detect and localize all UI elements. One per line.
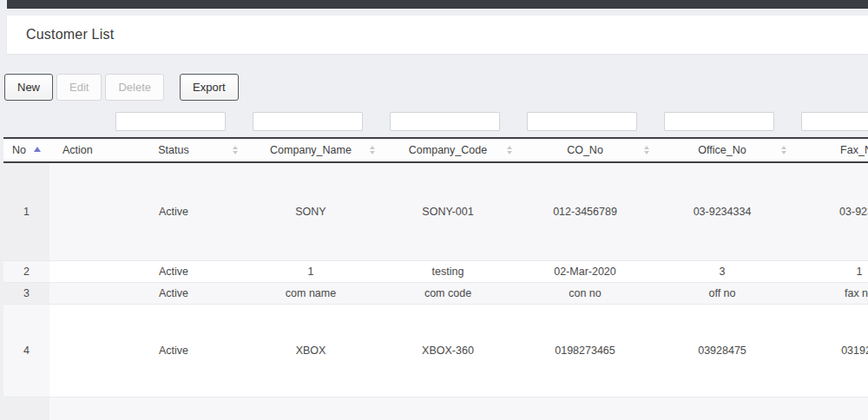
- edit-button[interactable]: Edit: [56, 74, 102, 101]
- sort-icon: [233, 146, 238, 154]
- column-header-office-no[interactable]: Office_No: [654, 138, 791, 162]
- sort-icon: [507, 146, 512, 154]
- cell-company-name: XBOX: [242, 304, 379, 397]
- filter-input-co-no[interactable]: [527, 112, 637, 131]
- cell-action: [49, 162, 105, 260]
- cell-company-code: com code: [379, 282, 516, 304]
- cell-office-no: 8393019434: [654, 397, 791, 420]
- column-header-action: Action: [49, 138, 105, 162]
- cell-fax-no: fax no: [791, 282, 868, 304]
- export-button[interactable]: Export: [180, 74, 239, 101]
- cell-action: [49, 397, 105, 420]
- cell-office-no: 03-9234334: [654, 162, 791, 260]
- column-filter-row: [0, 112, 868, 131]
- cell-fax-no: 03-9234: [791, 162, 868, 260]
- delete-button[interactable]: Delete: [105, 74, 164, 101]
- cell-co-no: 012-3456789: [516, 162, 654, 260]
- cell-status: Active: [105, 162, 242, 260]
- cell-status: Active: [105, 397, 242, 420]
- cell-company-name: Mobile Legend: [242, 397, 379, 420]
- filter-input-fax-no[interactable]: [801, 112, 868, 131]
- cell-company-name: 1: [242, 260, 379, 282]
- table-header-row: No Action Status Company_Name Company_Co…: [3, 138, 868, 162]
- cell-no: 1: [3, 162, 49, 260]
- cell-company-code: XBOX-360: [379, 304, 516, 397]
- cell-company-code: MT-001: [379, 397, 516, 420]
- toolbar: New Edit Delete Export: [4, 74, 868, 101]
- filter-input-company-code[interactable]: [390, 112, 500, 131]
- cell-office-no: off no: [654, 282, 791, 304]
- column-header-status[interactable]: Status: [105, 138, 242, 162]
- column-header-company-name[interactable]: Company_Name: [242, 138, 379, 162]
- sort-icon: [781, 146, 786, 154]
- table-row[interactable]: 4 Active XBOX XBOX-360 0198273465 039284…: [3, 304, 868, 397]
- cell-office-no: 3: [654, 260, 791, 282]
- customer-table-viewport: No Action Status Company_Name Company_Co…: [3, 137, 868, 420]
- cell-no: 3: [3, 282, 49, 304]
- cell-co-no: con no: [516, 282, 654, 304]
- page-title: Customer List: [26, 27, 114, 43]
- new-button[interactable]: New: [4, 74, 53, 101]
- cell-company-name: SONY: [242, 162, 379, 260]
- cell-no: 4: [3, 304, 49, 397]
- cell-action: [49, 282, 105, 304]
- table-row[interactable]: 2 Active 1 testing 02-Mar-2020 3 1: [3, 260, 868, 282]
- filter-input-office-no[interactable]: [664, 112, 774, 131]
- cell-company-code: testing: [379, 260, 516, 282]
- panel-header: Customer List: [7, 16, 868, 54]
- top-navbar-strip: [7, 0, 868, 9]
- table-row[interactable]: 1 Active SONY SONY-001 012-3456789 03-92…: [3, 162, 868, 260]
- table-row[interactable]: 5 Active Mobile Legend MT-001 0293857384…: [3, 397, 868, 420]
- sort-ascending-icon: [34, 147, 41, 152]
- cell-action: [49, 260, 105, 282]
- cell-action: [49, 304, 105, 397]
- cell-no: 5: [3, 397, 49, 420]
- cell-status: Active: [105, 260, 242, 282]
- column-header-no[interactable]: No: [3, 138, 49, 162]
- cell-status: Active: [105, 304, 242, 397]
- cell-co-no: 0293857384: [516, 397, 654, 420]
- cell-co-no: 0198273465: [516, 304, 654, 397]
- cell-fax-no: 1: [791, 260, 868, 282]
- filter-input-company-name[interactable]: [253, 112, 363, 131]
- cell-company-code: SONY-001: [379, 162, 516, 260]
- column-header-fax-no[interactable]: Fax_No: [791, 138, 868, 162]
- cell-office-no: 03928475: [654, 304, 791, 397]
- cell-company-name: com name: [242, 282, 379, 304]
- cell-fax-no: 031928: [791, 304, 868, 397]
- column-header-co-no[interactable]: CO_No: [516, 138, 654, 162]
- table-row[interactable]: 3 Active com name com code con no off no…: [3, 282, 868, 304]
- sort-icon: [370, 146, 375, 154]
- customer-table: No Action Status Company_Name Company_Co…: [3, 137, 868, 420]
- cell-no: 2: [3, 260, 49, 282]
- column-header-company-code[interactable]: Company_Code: [379, 138, 516, 162]
- cell-status: Active: [105, 282, 242, 304]
- cell-co-no: 02-Mar-2020: [516, 260, 654, 282]
- filter-input-status[interactable]: [115, 112, 226, 131]
- sort-icon: [644, 146, 649, 154]
- cell-fax-no: 19402843: [791, 397, 868, 420]
